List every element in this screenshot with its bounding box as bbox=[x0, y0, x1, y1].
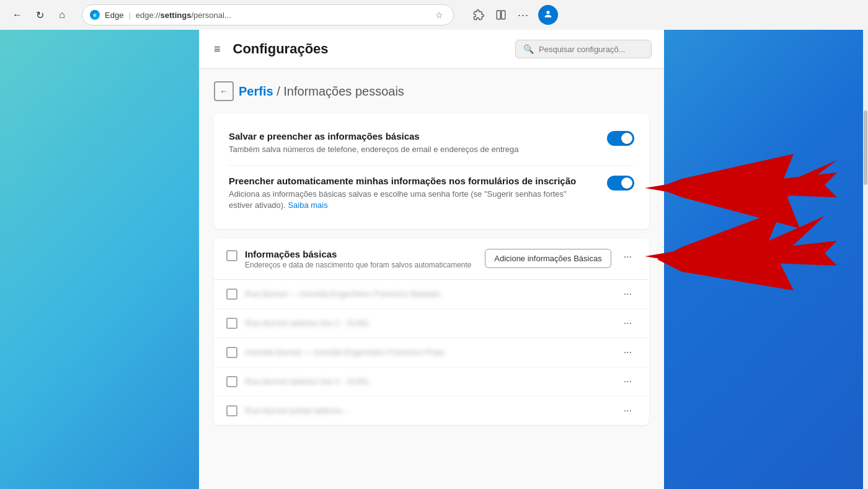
settings-search-box[interactable]: 🔍 bbox=[515, 40, 652, 58]
list-row-3-more-button[interactable]: ··· bbox=[619, 344, 637, 361]
setting-row-save-fill: Salvar e preencher as informações básica… bbox=[229, 126, 634, 160]
breadcrumb: ← Perfis / Informações pessoais bbox=[214, 81, 649, 101]
list-item: Rua blurred address line 2 - 31481 ··· bbox=[214, 309, 649, 338]
list-item: Avenida blurred — Avenida Engenheiro Fra… bbox=[214, 338, 649, 367]
home-button[interactable]: ⌂ bbox=[52, 5, 72, 25]
list-row-2-text: Rua blurred address line 2 - 31481 bbox=[245, 318, 611, 328]
page-content: ← Perfis / Informações pessoais Salvar e… bbox=[199, 69, 664, 447]
setting-save-fill-desc: Também salva números de telefone, endere… bbox=[229, 144, 592, 155]
list-row-2-checkbox[interactable] bbox=[226, 318, 237, 329]
basic-info-select-all-checkbox[interactable] bbox=[226, 250, 237, 261]
basic-info-desc: Endereços e data de nascimento que foram… bbox=[245, 261, 477, 269]
toggles-card: Salvar e preencher as informações básica… bbox=[214, 114, 649, 229]
edge-label: Edge bbox=[105, 11, 123, 20]
nav-buttons: ← ↻ ⌂ bbox=[7, 5, 72, 25]
arrow-1 bbox=[657, 154, 837, 228]
list-row-1-text: Rua blurred — Avenida Engenheiro Francis… bbox=[245, 289, 611, 298]
learn-more-link[interactable]: Saiba mais bbox=[288, 200, 327, 210]
list-row-1-checkbox[interactable] bbox=[226, 289, 237, 300]
red-arrow-1 bbox=[645, 166, 837, 210]
list-item: Rua blurred address line 4 - 31481 ··· bbox=[214, 367, 649, 397]
basic-info-header-text: Informações básicas Endereços e data de … bbox=[245, 249, 477, 269]
arrow-2 bbox=[657, 210, 825, 290]
back-button[interactable]: ← bbox=[7, 5, 27, 25]
toggle-save-fill[interactable] bbox=[607, 131, 634, 146]
breadcrumb-profiles-link[interactable]: Perfis bbox=[239, 84, 273, 98]
settings-page-title: Configurações bbox=[233, 41, 505, 57]
edge-logo-icon: e bbox=[90, 10, 100, 20]
setting-save-fill-text: Salvar e preencher as informações básica… bbox=[229, 131, 592, 155]
breadcrumb-text: Perfis / Informações pessoais bbox=[239, 84, 404, 99]
svg-rect-1 bbox=[502, 11, 505, 19]
svg-marker-4 bbox=[682, 210, 825, 290]
more-button[interactable]: ··· bbox=[513, 5, 533, 25]
browser-toolbar-icons: ··· bbox=[469, 5, 558, 25]
list-row-3-checkbox[interactable] bbox=[226, 347, 237, 358]
list-row-4-more-button[interactable]: ··· bbox=[619, 374, 637, 390]
breadcrumb-back-button[interactable]: ← bbox=[214, 81, 234, 101]
breadcrumb-current-page: Informações pessoais bbox=[283, 84, 404, 98]
list-row-4-text: Rua blurred address line 4 - 31481 bbox=[245, 377, 611, 386]
scrollbar[interactable] bbox=[863, 30, 868, 489]
list-row-2-more-button[interactable]: ··· bbox=[619, 315, 637, 331]
red-arrow-2 bbox=[645, 235, 837, 278]
settings-search-input[interactable] bbox=[539, 45, 644, 54]
settings-header: ≡ Configurações 🔍 bbox=[199, 30, 664, 69]
basic-info-more-button[interactable]: ··· bbox=[619, 249, 637, 265]
setting-row-autofill: Preencher automaticamente minhas informa… bbox=[229, 165, 634, 216]
setting-autofill-text: Preencher automaticamente minhas informa… bbox=[229, 176, 592, 211]
split-screen-button[interactable] bbox=[491, 5, 511, 25]
basic-info-card: Informações básicas Endereços e data de … bbox=[214, 239, 649, 425]
favorite-button[interactable]: ☆ bbox=[433, 9, 446, 21]
setting-save-fill-title: Salvar e preencher as informações básica… bbox=[229, 131, 592, 141]
toggle-autofill[interactable] bbox=[607, 176, 634, 191]
list-row-5-text: Rua blurred partial address... bbox=[245, 406, 611, 415]
profile-button[interactable] bbox=[538, 5, 558, 25]
list-row-3-text: Avenida blurred — Avenida Engenheiro Fra… bbox=[245, 348, 611, 357]
main-wrapper: ≡ Configurações 🔍 ← Perfis / Informações… bbox=[0, 30, 868, 489]
setting-autofill-desc: Adiciona as informações básicas salvas e… bbox=[229, 189, 592, 211]
basic-info-header: Informações básicas Endereços e data de … bbox=[214, 239, 649, 280]
list-row-5-checkbox[interactable] bbox=[226, 405, 237, 416]
svg-rect-0 bbox=[497, 11, 500, 19]
scrollbar-thumb[interactable] bbox=[864, 110, 867, 185]
refresh-button[interactable]: ↻ bbox=[30, 5, 50, 25]
browser-toolbar: ← ↻ ⌂ e Edge | edge://settings/personal.… bbox=[0, 0, 868, 30]
basic-info-title: Informações básicas bbox=[245, 249, 477, 259]
list-item: Rua blurred — Avenida Engenheiro Francis… bbox=[214, 280, 649, 309]
address-url: edge://settings/personal... bbox=[136, 11, 231, 20]
setting-autofill-title: Preencher automaticamente minhas informa… bbox=[229, 176, 592, 186]
extensions-button[interactable] bbox=[469, 5, 489, 25]
list-row-5-more-button[interactable]: ··· bbox=[619, 403, 637, 419]
settings-panel: ≡ Configurações 🔍 ← Perfis / Informações… bbox=[199, 30, 664, 489]
breadcrumb-separator: / bbox=[277, 84, 283, 98]
address-bar[interactable]: e Edge | edge://settings/personal... ☆ bbox=[82, 4, 454, 25]
search-icon: 🔍 bbox=[523, 44, 534, 54]
list-row-1-more-button[interactable]: ··· bbox=[619, 286, 637, 302]
list-row-4-checkbox[interactable] bbox=[226, 376, 237, 387]
add-basic-info-button[interactable]: Adicione informações Básicas bbox=[485, 249, 611, 268]
hamburger-menu-button[interactable]: ≡ bbox=[211, 40, 223, 58]
list-item: Rua blurred partial address... ··· bbox=[214, 397, 649, 425]
svg-marker-8 bbox=[701, 235, 837, 278]
svg-marker-6 bbox=[701, 166, 837, 210]
svg-marker-2 bbox=[682, 154, 837, 228]
